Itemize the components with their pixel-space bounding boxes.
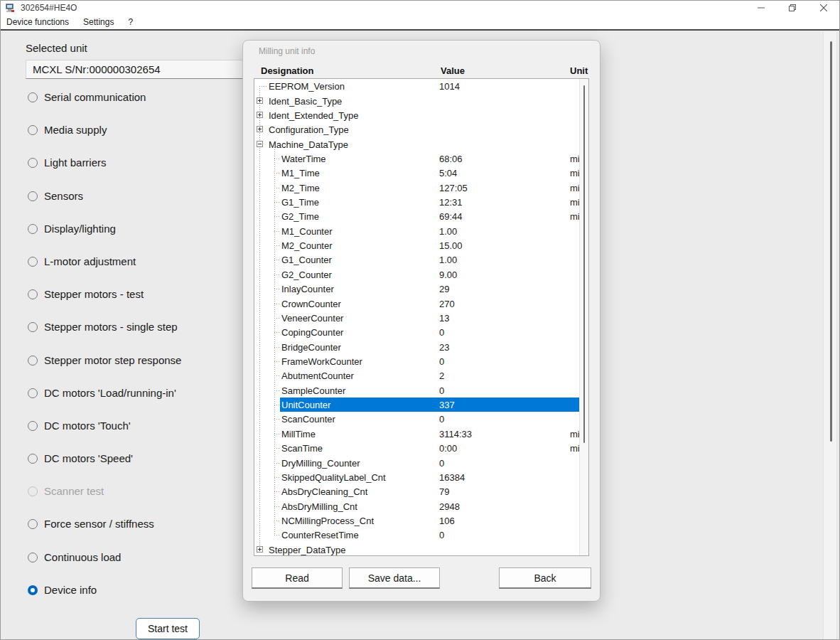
close-button[interactable] (808, 1, 839, 15)
designation-cell: CopingCounter (281, 327, 343, 338)
menu-settings[interactable]: Settings (76, 16, 121, 28)
menu-help[interactable]: ? (121, 16, 140, 28)
radio-dc-motors-touch[interactable]: DC motors 'Touch' (28, 420, 181, 452)
radio-label: Force sensor / stiffness (44, 518, 154, 530)
tree-row-m2-counter[interactable]: M2_Counter15.00 (254, 238, 580, 252)
tree-row-counterresettime[interactable]: CounterResetTime0 (254, 528, 580, 542)
radio-light-barriers[interactable]: Light barriers (28, 156, 181, 189)
radio-circle[interactable] (28, 585, 38, 595)
tree-branch-line (274, 463, 281, 464)
tree-scrollbar[interactable] (579, 79, 588, 555)
designation-cell: Ident_Basic_Type (269, 95, 342, 106)
tree-scrollbar-thumb[interactable] (583, 85, 585, 443)
tree-row-skippedqualitylabel-cnt[interactable]: SkippedQualityLabel_Cnt16384 (254, 470, 580, 484)
restore-button[interactable] (777, 1, 808, 15)
value-cell: 106 (439, 515, 455, 526)
tree-row-eeprom-version[interactable]: EEPROM_Version1014 (254, 79, 580, 93)
radio-circle[interactable] (28, 92, 38, 102)
radio-device-info[interactable]: Device info (28, 584, 181, 617)
radio-circle[interactable] (28, 322, 38, 332)
radio-dc-motors-load-running-in[interactable]: DC motors 'Load/running-in' (28, 387, 181, 420)
radio-circle[interactable] (28, 289, 38, 299)
tree-row-copingcounter[interactable]: CopingCounter0 (254, 325, 580, 339)
tree-row-g2-counter[interactable]: G2_Counter9.00 (254, 267, 580, 282)
radio-sensors[interactable]: Sensors (28, 190, 181, 223)
menu-device-functions[interactable]: Device functions (1, 16, 76, 28)
designation-cell: CrownCounter (281, 298, 341, 309)
radio-circle[interactable] (28, 158, 38, 168)
tree-row-milltime[interactable]: MillTime3114:33mi (254, 427, 580, 441)
radio-circle[interactable] (28, 125, 38, 135)
designation-cell: UnitCounter (281, 400, 330, 410)
back-button[interactable]: Back (499, 567, 591, 589)
radio-circle[interactable] (28, 519, 38, 529)
tree-row-veneercounter[interactable]: VeneerCounter13 (254, 311, 580, 325)
radio-l-motor-adjustment[interactable]: L-motor adjustment (28, 255, 181, 288)
tree-row-scancounter[interactable]: ScanCounter0 (254, 412, 580, 426)
tree-row-inlaycounter[interactable]: InlayCounter29 (254, 282, 580, 296)
main-scrollbar[interactable] (823, 32, 837, 639)
radio-dc-motors-speed[interactable]: DC motors 'Speed' (28, 452, 181, 485)
read-button[interactable]: Read (252, 567, 343, 589)
tree-branch-line (274, 361, 281, 362)
tree-row-samplecounter[interactable]: SampleCounter0 (254, 383, 580, 398)
radio-circle[interactable] (28, 356, 38, 366)
tree-row-watertime[interactable]: WaterTime68:06mi (254, 151, 580, 166)
tree-row-drymilling-counter[interactable]: DryMilling_Counter0 (254, 455, 580, 469)
radio-stepper-motors-single-step[interactable]: Stepper motors - single step (28, 321, 181, 353)
app-icon (5, 4, 15, 13)
designation-cell: EEPROM_Version (269, 81, 345, 92)
tree-row-m1-time[interactable]: M1_Time5:04mi (254, 166, 580, 180)
radio-media-supply[interactable]: Media supply (28, 124, 181, 156)
radio-circle[interactable] (28, 191, 38, 201)
tree-row-frameworkcounter[interactable]: FrameWorkCounter0 (254, 354, 580, 368)
tree-row-unitcounter[interactable]: UnitCounter337 (254, 398, 580, 412)
tree-row-g1-time[interactable]: G1_Time12:31mi (254, 195, 580, 209)
tree-row-abutmentcounter[interactable]: AbutmentCounter2 (254, 368, 580, 383)
expand-icon[interactable] (257, 126, 263, 132)
radio-force-sensor-stiffness[interactable]: Force sensor / stiffness (28, 518, 181, 550)
value-cell: 1.00 (439, 255, 457, 265)
collapse-icon[interactable] (257, 141, 263, 147)
expand-icon[interactable] (257, 97, 263, 104)
radio-serial-communication[interactable]: Serial communication (28, 91, 181, 124)
radio-circle[interactable] (28, 454, 38, 464)
start-test-button[interactable]: Start test (136, 618, 200, 639)
tree-row-configuration-type[interactable]: Configuration_Type (254, 122, 580, 137)
tree-branch-line (274, 159, 281, 159)
main-scrollbar-thumb[interactable] (830, 41, 832, 442)
radio-display-lighting[interactable]: Display/lighting (28, 223, 181, 255)
tree-row-absdrycleaning-cnt[interactable]: AbsDryCleaning_Cnt79 (254, 484, 580, 498)
tree-row-absdrymilling-cnt[interactable]: AbsDryMilling_Cnt2948 (254, 498, 580, 513)
minimize-button[interactable] (745, 1, 777, 15)
tree-row-bridgecounter[interactable]: BridgeCounter23 (254, 339, 580, 353)
tree-row-ncmillingprocess-cnt[interactable]: NCMillingProcess_Cnt106 (254, 513, 580, 528)
designation-cell: Machine_DataType (269, 139, 348, 149)
tree-row-ident-extended-type[interactable]: Ident_Extended_Type (254, 108, 580, 122)
radio-circle[interactable] (28, 257, 38, 267)
tree-row-stepper-datatype[interactable]: Stepper_DataType (254, 543, 580, 557)
radio-stepper-motor-step-response[interactable]: Stepper motor step response (28, 354, 181, 387)
radio-stepper-motors-test[interactable]: Stepper motors - test (28, 288, 181, 321)
radio-circle[interactable] (28, 388, 38, 398)
tree-row-g1-counter[interactable]: G1_Counter1.00 (254, 252, 580, 267)
unit-cell: mi (570, 168, 580, 178)
tree-row-crowncounter[interactable]: CrownCounter270 (254, 296, 580, 310)
tree-row-machine-datatype[interactable]: Machine_DataType (254, 137, 580, 151)
tree-row-g2-time[interactable]: G2_Time69:44mi (254, 209, 580, 223)
designation-cell: CounterResetTime (281, 530, 359, 540)
designation-cell: FrameWorkCounter (281, 356, 362, 367)
tree-branch-line (274, 405, 281, 405)
expand-icon[interactable] (257, 546, 263, 553)
value-cell: 69:44 (439, 211, 463, 222)
tree-row-scantime[interactable]: ScanTime0:00mi (254, 441, 580, 455)
radio-circle[interactable] (28, 553, 38, 562)
expand-icon[interactable] (257, 112, 263, 118)
tree-row-m1-counter[interactable]: M1_Counter1.00 (254, 224, 580, 238)
radio-continuous-load[interactable]: Continuous load (28, 551, 181, 584)
tree-row-m2-time[interactable]: M2_Time127:05mi (254, 181, 580, 195)
tree-row-ident-basic-type[interactable]: Ident_Basic_Type (254, 93, 580, 107)
radio-circle[interactable] (28, 421, 38, 431)
radio-circle[interactable] (28, 224, 38, 234)
save-data-button[interactable]: Save data... (349, 567, 440, 589)
